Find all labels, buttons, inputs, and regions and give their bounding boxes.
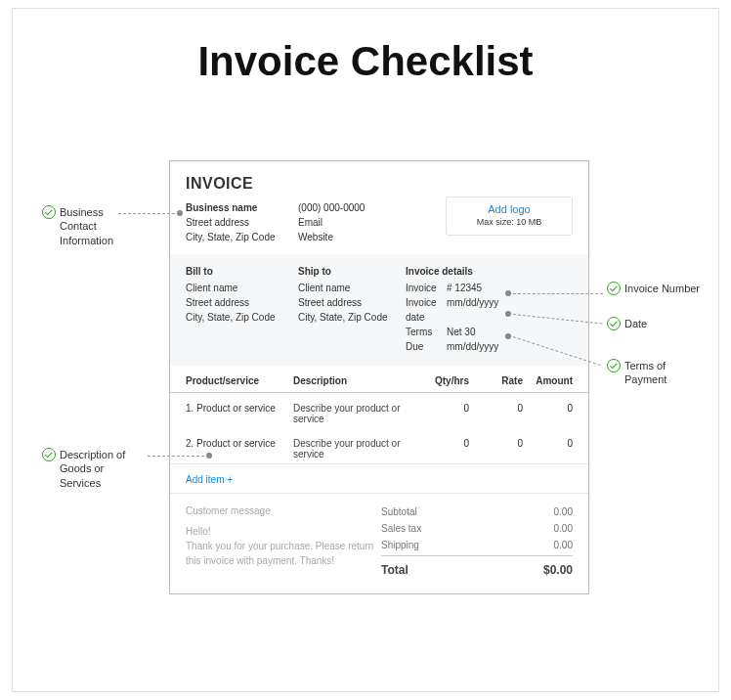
annotation-text: Terms of Payment — [624, 359, 666, 387]
invoice-number-value: # 12345 — [447, 281, 482, 295]
business-city: City, State, Zip Code — [186, 230, 298, 244]
business-website: Website — [298, 230, 406, 244]
invoice-number-key: Invoice — [406, 281, 447, 295]
row-rate: 0 — [469, 403, 523, 424]
annotation-goods: Description of Goods or Services — [42, 448, 150, 490]
customer-message-body: Hello! Thank you for your purchase. Plea… — [186, 524, 381, 568]
ship-to-city: City, State, Zip Code — [298, 310, 406, 325]
col-product: Product/service — [186, 375, 293, 386]
connector-dot — [177, 210, 183, 216]
invoice-header: INVOICE Business name Street address Cit… — [170, 161, 588, 254]
invoice-date-key: Invoice date — [406, 295, 447, 325]
col-rate: Rate — [469, 375, 523, 386]
connector-dot — [505, 311, 511, 317]
invoice-details-label: Invoice details — [406, 264, 573, 279]
check-icon — [607, 359, 621, 372]
subtotal-value: 0.00 — [554, 503, 573, 520]
row-description: Describe your product or service — [293, 403, 415, 424]
terms-key: Terms — [406, 325, 447, 339]
bill-to-city: City, State, Zip Code — [186, 310, 298, 325]
bill-to-name: Client name — [186, 281, 298, 295]
invoice-details: Invoice details Invoice# 12345 Invoice d… — [406, 264, 573, 354]
table-row: 2. Product or service Describe your prod… — [170, 428, 588, 463]
connector-line — [148, 456, 204, 457]
col-description: Description — [293, 375, 415, 386]
col-qty: Qty/hrs — [415, 375, 469, 386]
invoice-card: INVOICE Business name Street address Cit… — [169, 160, 589, 594]
totals: Subtotal0.00 Sales tax0.00 Shipping0.00 … — [381, 503, 573, 580]
bill-to-label: Bill to — [186, 264, 298, 279]
annotation-business-contact: Business Contact Information — [42, 205, 150, 247]
page-title: Invoice Checklist — [13, 38, 718, 85]
col-amount: Amount — [523, 375, 573, 386]
logo-max-size: Max size: 10 MB — [447, 217, 572, 227]
row-rate: 0 — [469, 438, 523, 459]
annotation-date: Date — [607, 317, 647, 330]
total-label: Total — [381, 560, 408, 580]
subtotal-label: Subtotal — [381, 503, 417, 520]
annotation-text: Description of Goods or Services — [60, 448, 125, 490]
row-amount: 0 — [523, 438, 573, 459]
add-item-link[interactable]: Add item + — [170, 463, 588, 494]
connector-dot — [206, 453, 212, 459]
connector-dot — [505, 333, 511, 339]
tax-label: Sales tax — [381, 520, 421, 537]
terms-value: Net 30 — [447, 325, 475, 339]
details-band: Bill to Client name Street address City,… — [170, 254, 588, 366]
row-qty: 0 — [415, 438, 469, 459]
ship-to: Ship to Client name Street address City,… — [298, 264, 406, 354]
total-value: $0.00 — [543, 560, 573, 580]
row-amount: 0 — [523, 403, 573, 424]
add-logo-link[interactable]: Add logo — [447, 203, 572, 215]
ship-to-street: Street address — [298, 295, 406, 310]
row-qty: 0 — [415, 403, 469, 424]
tax-value: 0.00 — [554, 520, 573, 537]
business-phone: (000) 000-0000 — [298, 200, 406, 215]
customer-message: Customer message Hello! Thank you for yo… — [186, 503, 381, 580]
ship-to-name: Client name — [298, 281, 406, 295]
business-email: Email — [298, 215, 406, 230]
annotation-text: Invoice Number — [624, 283, 700, 294]
connector-line — [513, 293, 603, 294]
customer-message-title: Customer message — [186, 503, 381, 518]
table-row: 1. Product or service Describe your prod… — [170, 393, 588, 428]
invoice-heading: INVOICE — [186, 175, 573, 193]
business-contact: (000) 000-0000 Email Website — [298, 200, 406, 244]
due-key: Due — [406, 339, 447, 354]
annotation-text: Business Contact Information — [60, 205, 113, 247]
ship-to-label: Ship to — [298, 264, 406, 279]
row-product: 1. Product or service — [186, 403, 293, 424]
due-value: mm/dd/yyyy — [447, 339, 498, 354]
annotation-invoice-number: Invoice Number — [607, 282, 700, 295]
shipping-label: Shipping — [381, 537, 419, 553]
bill-to-street: Street address — [186, 295, 298, 310]
check-icon — [42, 448, 56, 461]
logo-upload-box[interactable]: Add logo Max size: 10 MB — [446, 197, 573, 236]
check-icon — [42, 205, 56, 219]
table-header: Product/service Description Qty/hrs Rate… — [170, 366, 588, 393]
annotation-terms: Terms of Payment — [607, 359, 666, 387]
shipping-value: 0.00 — [554, 537, 573, 553]
annotation-text: Date — [624, 318, 647, 329]
business-name: Business name — [186, 200, 298, 215]
connector-dot — [505, 290, 511, 296]
connector-line — [118, 213, 175, 214]
check-icon — [607, 317, 621, 330]
invoice-date-value: mm/dd/yyyy — [447, 295, 498, 325]
business-street: Street address — [186, 215, 298, 230]
row-description: Describe your product or service — [293, 438, 415, 459]
page-frame: Invoice Checklist INVOICE Business name … — [12, 8, 719, 692]
invoice-footer: Customer message Hello! Thank you for yo… — [170, 494, 588, 593]
business-address: Business name Street address City, State… — [186, 200, 298, 244]
bill-to: Bill to Client name Street address City,… — [186, 264, 298, 354]
check-icon — [607, 282, 621, 295]
